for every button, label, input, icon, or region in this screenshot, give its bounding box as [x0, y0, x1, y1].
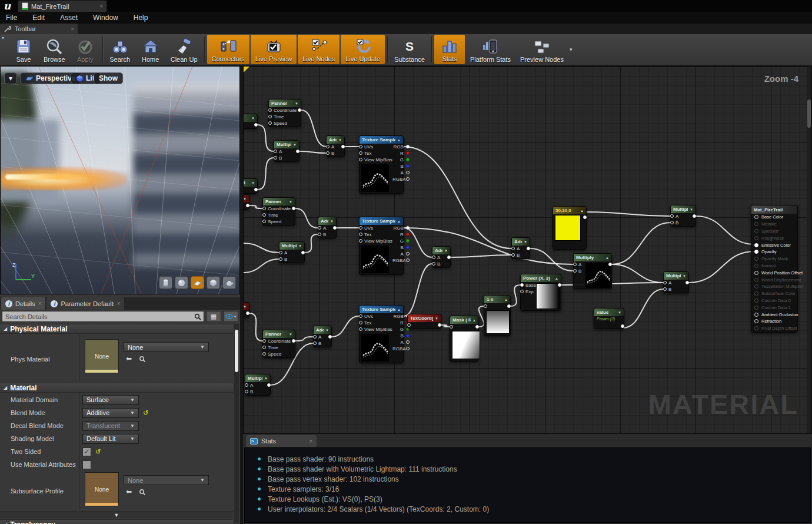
node-header[interactable]: Multiply▲ — [574, 254, 611, 261]
parameter-defaults-close-icon[interactable]: × — [117, 300, 121, 307]
material-domain-dropdown[interactable]: Surface▼ — [82, 395, 139, 405]
input-pin[interactable] — [326, 151, 330, 155]
preview-shape-cylinder-button[interactable] — [159, 276, 172, 289]
material-input-pin[interactable] — [754, 306, 758, 310]
save-button[interactable]: Save — [8, 34, 39, 65]
input-pin[interactable] — [245, 390, 248, 393]
node-header[interactable]: TexCoord▼ — [243, 303, 249, 310]
output-pin-r[interactable] — [406, 233, 410, 236]
search-button[interactable]: Search — [105, 34, 135, 65]
output-pin[interactable] — [292, 339, 295, 343]
material-input-pin[interactable] — [754, 319, 758, 323]
menu-file[interactable]: File — [6, 14, 17, 22]
use-selected-arrow-icon[interactable]: ⬅ — [126, 354, 132, 363]
input-pin[interactable] — [359, 239, 362, 243]
output-pin[interactable] — [447, 256, 451, 259]
collapse-caret-icon[interactable]: ▼ — [298, 244, 302, 248]
output-pin[interactable] — [296, 150, 299, 153]
clean-up-button[interactable]: Clean Up — [166, 34, 202, 65]
preview-nodes-caret-icon[interactable]: ▾ — [570, 47, 573, 52]
material-input-pin[interactable] — [754, 236, 758, 240]
reset-to-default-icon[interactable]: ↺ — [143, 409, 148, 417]
material-input-pin[interactable] — [754, 313, 758, 317]
preview-shape-sphere-button[interactable] — [175, 276, 188, 289]
input-pin[interactable] — [670, 214, 674, 218]
toolbar-overflow-caret-icon[interactable]: ▾ — [2, 35, 4, 41]
input-pin[interactable] — [279, 257, 282, 261]
node-header[interactable]: Multiply▼ — [664, 272, 688, 280]
output-pin[interactable] — [301, 251, 305, 254]
collapse-caret-icon[interactable]: ▲ — [397, 308, 401, 311]
input-pin[interactable] — [262, 346, 266, 349]
home-button[interactable]: Home — [135, 34, 166, 65]
input-pin[interactable] — [318, 233, 321, 236]
output-pin-row[interactable]: Emissive Color — [751, 241, 797, 248]
input-pin[interactable] — [326, 145, 330, 148]
input-pin[interactable] — [262, 339, 266, 343]
browse-asset-icon[interactable] — [139, 489, 146, 496]
node-header[interactable]: Add▼ — [432, 247, 450, 254]
material-input-pin[interactable] — [754, 215, 758, 219]
input-pin[interactable] — [318, 226, 321, 230]
graph-node-ts1[interactable]: Texture Sample▲UVsTexView MipBiasRGBRGBA… — [359, 135, 404, 194]
input-pin[interactable] — [245, 383, 248, 387]
graph-node-cut-add[interactable]: Add▼ — [243, 114, 258, 129]
output-pin-b[interactable] — [406, 334, 410, 337]
details-scrollbar[interactable] — [234, 324, 239, 523]
node-header[interactable]: Texture Sample▲ — [360, 217, 403, 225]
output-pin[interactable] — [333, 226, 337, 230]
collapse-caret-icon[interactable]: ▼ — [264, 377, 268, 380]
node-header[interactable]: Multiply▼ — [274, 141, 299, 148]
output-pin-row[interactable]: World Displacement — [751, 276, 797, 283]
section-translucency[interactable]: ◢ Translucency — [0, 519, 233, 524]
graph-node-value-param[interactable]: value▼Param (2) — [594, 308, 624, 329]
graph-node-multiply5[interactable]: Multiply▼AB — [670, 205, 696, 227]
input-pin[interactable] — [663, 281, 667, 284]
input-pin[interactable] — [573, 263, 577, 266]
graph-node-multiply3[interactable]: Multiply▼AB — [245, 374, 271, 396]
graph-node-multiply6[interactable]: Multiply▼AB — [663, 271, 689, 293]
input-pin[interactable] — [407, 323, 411, 327]
input-pin[interactable] — [313, 335, 317, 339]
preview-viewport[interactable]: ▾ Perspective Lit Show Z Y — [0, 66, 240, 294]
collapse-caret-icon[interactable]: ▼ — [243, 305, 247, 309]
input-pin[interactable] — [268, 108, 272, 112]
material-input-pin[interactable] — [754, 243, 758, 247]
node-header[interactable]: Power (X, 3)▲ — [521, 274, 561, 282]
preview-nodes-button[interactable]: Preview Nodes — [515, 34, 568, 65]
graph-node-one-minus[interactable]: 1-x▲ — [484, 295, 511, 336]
output-pin[interactable] — [298, 108, 301, 112]
details-tab-close-icon[interactable]: × — [38, 300, 42, 307]
output-pin-r[interactable] — [406, 151, 410, 155]
node-header[interactable]: Add▼ — [243, 114, 257, 122]
material-input-pin[interactable] — [754, 278, 758, 282]
asset-tab[interactable]: Mat_FireTrail × — [18, 0, 107, 12]
graph-node-multiply2[interactable]: Multiply▼AB — [279, 241, 305, 263]
node-header[interactable]: Texture Sample▲ — [360, 136, 403, 144]
graph-scrollbar[interactable] — [807, 67, 811, 434]
connectors-button[interactable]: Connectors — [207, 35, 249, 64]
input-pin[interactable] — [279, 251, 282, 254]
preview-shape-teapot-button[interactable] — [222, 276, 236, 289]
graph-node-add2[interactable]: Add▼AB — [318, 217, 337, 238]
graph-node-power[interactable]: Power (X, 3)▲BaseExp — [520, 274, 561, 311]
substance-button[interactable]: SSubstance — [390, 34, 430, 65]
collapse-caret-icon[interactable]: ▼ — [293, 143, 297, 147]
output-pin-b[interactable] — [406, 164, 410, 168]
node-header[interactable]: Add▼ — [318, 217, 336, 225]
output-pin-row[interactable]: Roughness — [751, 234, 797, 241]
material-input-pin[interactable] — [754, 299, 758, 303]
output-pin[interactable] — [621, 324, 624, 328]
node-header[interactable]: Mat_FireTrail — [751, 205, 797, 214]
graph-node-ts2[interactable]: Texture Sample▲UVsTexView MipBiasRGBRGBA… — [359, 217, 404, 275]
decal-blend-mode-dropdown[interactable]: Translucent▼ — [82, 421, 139, 431]
output-pin[interactable] — [608, 263, 612, 266]
input-pin[interactable] — [359, 226, 362, 230]
collapse-caret-icon[interactable]: ▼ — [243, 197, 247, 201]
collapse-caret-icon[interactable]: ▲ — [397, 138, 401, 142]
input-pin[interactable] — [520, 290, 524, 293]
toolbar-tab-close-icon[interactable]: × — [71, 26, 74, 32]
input-pin[interactable] — [274, 156, 277, 160]
node-header[interactable]: Multiply▼ — [279, 242, 304, 250]
collapse-caret-icon[interactable]: ▼ — [618, 311, 621, 314]
